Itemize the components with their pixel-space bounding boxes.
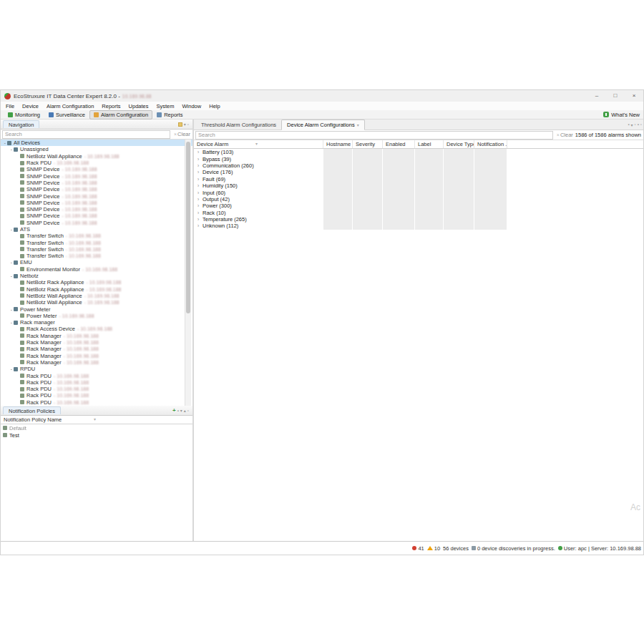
alarm-category-row[interactable]: › Input (60) [194, 189, 643, 195]
menu-item[interactable]: Help [209, 103, 220, 109]
tree-row[interactable]: NetBotz Rack Appliance - 10.169.98.188 [1, 286, 192, 293]
tree-row[interactable]: - EMU [1, 259, 192, 265]
tree-row[interactable]: - RPDU [1, 366, 192, 372]
minimize-view-icon[interactable]: ▫ [187, 409, 189, 413]
tree-row[interactable]: SNMP Device - 10.169.98.188 [1, 180, 192, 186]
row-expander-icon[interactable]: › [197, 177, 203, 182]
row-expander-icon[interactable]: › [197, 217, 203, 222]
row-expander-icon[interactable]: › [197, 223, 203, 228]
tree-row[interactable]: Transfer Switch - 10.169.98.188 [1, 246, 192, 253]
tree-row[interactable]: Rack PDU - 10.169.98.188 [1, 392, 192, 399]
tree-row[interactable]: SNMP Device - 10.169.98.188 [1, 186, 192, 192]
tree-row[interactable]: Rack PDU - 10.169.98.188 [1, 379, 192, 386]
tree-row[interactable]: - ATS [1, 226, 192, 233]
alarm-category-row[interactable]: › Device (176) [194, 169, 643, 175]
alarm-clear-button[interactable]: × Clear [555, 132, 575, 138]
menu-item[interactable]: Reports [102, 103, 120, 109]
column-header[interactable]: Label [415, 140, 444, 148]
tree-row[interactable]: Environmental Monitor - 10.169.98.188 [1, 266, 192, 273]
column-header[interactable]: Device Type [444, 140, 474, 148]
tree-row[interactable]: Rack Manager - 10.169.98.188 [1, 353, 192, 359]
menu-item[interactable]: Updates [129, 103, 149, 109]
tree-scrollbar-thumb[interactable] [186, 142, 190, 313]
tree-row[interactable]: Transfer Switch - 10.169.98.188 [1, 233, 192, 239]
tree-scrollbar[interactable] [185, 140, 191, 406]
menu-item[interactable]: Alarm Configuration [47, 103, 94, 109]
tree-row[interactable]: Rack PDU - 10.169.98.188 [1, 399, 192, 406]
view-menu-icon[interactable]: ▾ [631, 122, 633, 127]
row-expander-icon[interactable]: › [197, 203, 203, 208]
perspective-button[interactable]: Monitoring [4, 110, 44, 119]
view-menu-icon[interactable]: ▾ [180, 408, 182, 413]
menu-item[interactable]: System [157, 103, 175, 109]
column-header[interactable]: Enabled [383, 140, 415, 148]
whats-new-link[interactable]: What's New [603, 112, 643, 118]
link-with-editor-icon[interactable] [178, 122, 182, 127]
alarm-search-input[interactable]: Search [195, 131, 553, 140]
navigation-clear-button[interactable]: × Clear [172, 131, 192, 137]
navigation-search-input[interactable]: Search [2, 130, 170, 139]
column-header[interactable]: Hostname [323, 140, 353, 148]
perspective-button[interactable]: Alarm Configuration [89, 110, 152, 119]
tree-row[interactable]: SNMP Device - 10.169.98.188 [1, 213, 192, 219]
minimize-button[interactable]: – [587, 90, 606, 102]
menu-item[interactable]: File [6, 103, 14, 109]
tree-row[interactable]: Rack Manager - 10.169.98.188 [1, 346, 192, 352]
close-button[interactable]: × [625, 90, 643, 102]
policy-row[interactable]: Default [1, 424, 192, 431]
maximize-button[interactable]: □ [606, 90, 625, 102]
maximize-view-icon[interactable]: ▪ [638, 122, 639, 127]
alarm-category-row[interactable]: › Rack (10) [194, 210, 643, 216]
tab-device-alarm-configurations[interactable]: Device Alarm Configurations ▾ [281, 119, 365, 130]
tree-row[interactable]: Rack Access Device - 10.169.98.188 [1, 326, 192, 332]
tree-row[interactable]: NetBotz Wall Appliance - 10.169.98.188 [1, 153, 192, 160]
tree-row[interactable]: Rack Manager - 10.169.98.188 [1, 359, 192, 366]
alarm-category-row[interactable]: › Battery (103) [194, 149, 643, 155]
row-expander-icon[interactable]: › [197, 170, 203, 175]
row-expander-icon[interactable]: › [197, 197, 203, 202]
row-expander-icon[interactable]: › [197, 157, 203, 162]
row-expander-icon[interactable]: › [197, 163, 203, 168]
minimize-view-icon[interactable]: ▫ [635, 122, 636, 127]
tree-row[interactable]: Rack PDU - 10.169.98.188 [1, 160, 192, 166]
tree-row[interactable]: SNMP Device - 10.169.98.188 [1, 200, 192, 206]
alarm-category-row[interactable]: › Power (300) [194, 203, 643, 209]
tree-row[interactable]: SNMP Device - 10.169.98.188 [1, 166, 192, 172]
tree-row[interactable]: Rack PDU - 10.169.98.188 [1, 386, 192, 392]
column-header[interactable]: Severity [353, 140, 383, 148]
tree-row[interactable]: - All Devices [1, 140, 192, 146]
tree-row[interactable]: Transfer Switch - 10.169.98.188 [1, 239, 192, 245]
perspective-button[interactable]: Surveillance [44, 110, 89, 119]
tree-row[interactable]: - Unassigned [1, 146, 192, 152]
row-expander-icon[interactable]: › [197, 190, 203, 195]
column-header[interactable]: Notification ... [474, 140, 507, 148]
tree-row[interactable]: SNMP Device - 10.169.98.188 [1, 206, 192, 213]
alarm-category-row[interactable]: › Bypass (39) [194, 155, 643, 162]
tree-row[interactable]: SNMP Device - 10.169.98.188 [1, 172, 192, 179]
menu-item[interactable]: Device [22, 103, 39, 109]
tree-row[interactable]: Rack Manager - 10.169.98.188 [1, 333, 192, 339]
navigation-tab[interactable]: Navigation [3, 120, 39, 128]
toolbar-dot-icon[interactable]: ▪ [628, 122, 629, 127]
alarm-category-row[interactable]: › Fault (69) [194, 176, 643, 182]
add-policy-icon[interactable]: + [172, 407, 176, 414]
tree-row[interactable]: Rack Manager - 10.169.98.188 [1, 339, 192, 346]
alarm-category-row[interactable]: › Humidity (150) [194, 182, 643, 189]
restore-view-icon[interactable]: ▫ [640, 122, 642, 127]
tree-row[interactable]: NetBotz Rack Appliance - 10.169.98.188 [1, 279, 192, 286]
alarm-category-row[interactable]: › Output (42) [194, 196, 643, 203]
view-menu-icon[interactable]: ▾ [184, 122, 186, 127]
policy-action-icon[interactable]: ▪ [177, 409, 179, 413]
policy-column-header[interactable]: Notification Policy Name ▾ [1, 416, 192, 424]
collapse-view-icon[interactable]: ▴ [184, 408, 186, 413]
alarm-category-row[interactable]: › Unknown (112) [194, 223, 643, 229]
alarm-category-row[interactable]: › Communication (260) [194, 162, 643, 169]
row-expander-icon[interactable]: › [197, 183, 203, 188]
menu-item[interactable]: Window [182, 103, 202, 109]
tab-threshold-alarm-configurations[interactable]: Threshold Alarm Configurations [196, 120, 281, 130]
tree-row[interactable]: SNMP Device - 10.169.98.188 [1, 220, 192, 226]
row-expander-icon[interactable]: › [197, 150, 203, 155]
column-header[interactable]: Device Alarm [194, 140, 323, 148]
tree-row[interactable]: Rack PDU - 10.169.98.188 [1, 372, 192, 379]
tree-row[interactable]: NetBotz Wall Appliance - 10.169.98.188 [1, 293, 192, 299]
